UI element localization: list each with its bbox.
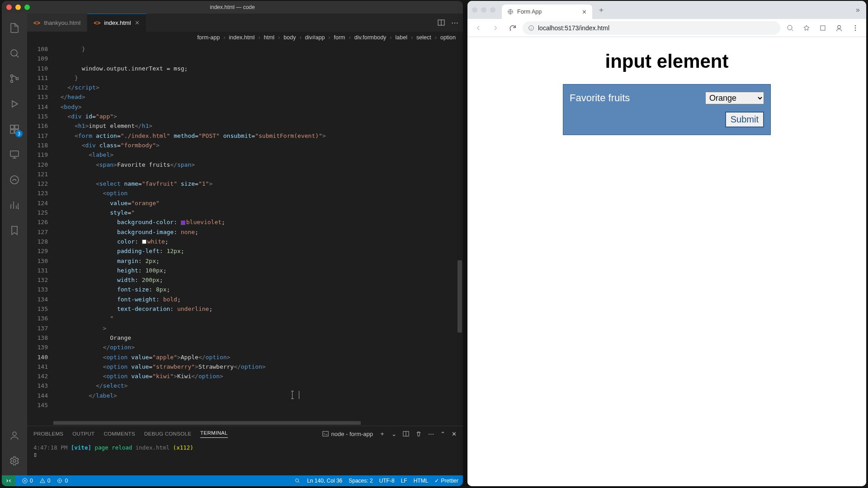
code-line[interactable]: <h1>input element</h1> (53, 121, 463, 131)
indentation[interactable]: Spaces: 2 (349, 478, 373, 484)
code-line[interactable]: <body> (53, 102, 463, 112)
extensions-icon[interactable]: 3 (2, 117, 27, 141)
split-terminal-icon[interactable] (403, 431, 409, 437)
scrollbar-thumb[interactable] (458, 260, 462, 333)
code-line[interactable]: padding-left: 12px; (53, 246, 463, 256)
graph-icon[interactable] (2, 193, 27, 217)
code-line[interactable]: font-weight: bold; (53, 295, 463, 304)
code-line[interactable]: </script> (53, 83, 463, 92)
code-line[interactable]: width: 200px; (53, 275, 463, 285)
code-line[interactable]: <option value="kiwi">Kiwi</option> (53, 371, 463, 381)
editor-tab-index[interactable]: <> index.html ✕ (87, 14, 146, 32)
panel-tab-problems[interactable]: PROBLEMS (33, 431, 63, 436)
breadcrumb-item[interactable]: select (415, 34, 432, 41)
breadcrumb-item[interactable]: body (283, 34, 297, 41)
code-line[interactable]: margin: 2px; (53, 256, 463, 266)
encoding[interactable]: UTF-8 (379, 478, 395, 484)
more-icon[interactable]: ⋯ (428, 431, 434, 437)
prettier-status[interactable]: ✓Prettier (434, 478, 458, 484)
maximize-panel-icon[interactable]: ⌃ (440, 431, 445, 437)
code-line[interactable]: <form action="./index.html" method="POST… (53, 131, 463, 141)
breadcrumb-item[interactable]: form-app (196, 34, 221, 41)
maximize-window-button[interactable] (490, 7, 495, 13)
code-line[interactable]: <span>Favorite fruits</span> (53, 160, 463, 169)
panel-tab-debug[interactable]: DEBUG CONSOLE (144, 431, 191, 436)
code-line[interactable]: </option> (53, 343, 463, 352)
code-line[interactable]: background-color: blueviolet; (53, 217, 463, 227)
code-line[interactable]: </head> (53, 92, 463, 102)
search-status-icon[interactable] (294, 478, 301, 484)
account-icon[interactable] (2, 424, 27, 447)
more-actions-icon[interactable]: ⋯ (451, 19, 458, 27)
language-mode[interactable]: HTML (414, 478, 429, 484)
code-line[interactable]: <option (53, 188, 463, 198)
terminal-body[interactable]: 4:47:18 PM [vite] page reload index.html… (27, 441, 463, 475)
breadcrumb-item[interactable]: label (395, 34, 408, 41)
code-line[interactable]: <select name="favfruit" size="1"> (53, 179, 463, 188)
site-info-icon[interactable] (528, 25, 534, 31)
new-terminal-icon[interactable]: ＋ (379, 430, 385, 438)
bookmark-icon[interactable] (2, 219, 27, 242)
close-window-button[interactable] (6, 5, 12, 10)
code-line[interactable]: <label> (53, 150, 463, 160)
remote-indicator[interactable] (2, 475, 15, 486)
address-bar[interactable]: localhost:5173/index.html (523, 21, 780, 35)
settings-gear-icon[interactable] (2, 449, 27, 473)
breadcrumb[interactable]: form-app›index.html›html›body›div#app›fo… (27, 32, 463, 43)
minimize-window-button[interactable] (481, 7, 486, 13)
code-lines[interactable]: } window.output.innerText = msg; } </scr… (53, 43, 463, 426)
code-line[interactable]: </label> (53, 391, 463, 400)
warnings-item[interactable]: 0 (39, 478, 51, 484)
code-line[interactable]: height: 100px; (53, 266, 463, 275)
code-line[interactable]: } (53, 44, 463, 54)
minimize-window-button[interactable] (15, 5, 21, 10)
menu-kebab-icon[interactable] (848, 21, 863, 35)
code-line[interactable]: window.output.innerText = msg; (53, 64, 463, 73)
breadcrumb-item[interactable]: option (439, 34, 457, 41)
code-line[interactable]: color: white; (53, 237, 463, 246)
explorer-icon[interactable] (2, 16, 27, 40)
code-line[interactable] (53, 169, 463, 179)
scrollbar-thumb[interactable] (53, 421, 361, 425)
panel-tab-output[interactable]: OUTPUT (72, 431, 94, 436)
zoom-icon[interactable] (783, 21, 797, 35)
code-line[interactable]: background-image: none; (53, 227, 463, 237)
close-tab-icon[interactable]: ✕ (135, 19, 140, 26)
errors-item[interactable]: 0 (22, 478, 33, 484)
vertical-scrollbar[interactable] (457, 43, 463, 426)
code-line[interactable]: <div class="formbody"> (53, 141, 463, 150)
profile-avatar-icon[interactable] (832, 21, 846, 35)
code-line[interactable]: } (53, 73, 463, 83)
expand-tabs-icon[interactable]: » (856, 6, 862, 14)
extensions-puzzle-icon[interactable] (816, 21, 830, 35)
code-line[interactable]: </select> (53, 381, 463, 390)
code-editor[interactable]: 1081091101111121131141151161171181191201… (27, 43, 463, 426)
live-share-icon[interactable] (2, 168, 27, 192)
fruit-select[interactable]: Orange (705, 92, 764, 104)
reload-button[interactable] (505, 21, 520, 35)
run-debug-icon[interactable] (2, 92, 27, 116)
breadcrumb-item[interactable]: div#app (304, 34, 326, 41)
code-line[interactable]: <option value="apple">Apple</option> (53, 352, 463, 362)
maximize-window-button[interactable] (24, 5, 30, 10)
submit-button[interactable]: Submit (725, 112, 764, 127)
ports-item[interactable]: 0 (57, 478, 68, 484)
panel-tab-comments[interactable]: COMMENTS (104, 431, 135, 436)
breadcrumb-item[interactable]: index.html (228, 34, 255, 41)
vscode-titlebar[interactable]: index.html — code (2, 1, 463, 14)
chevron-down-icon[interactable]: ⌄ (392, 431, 396, 437)
breadcrumb-item[interactable]: html (263, 34, 275, 41)
source-control-icon[interactable] (2, 67, 27, 90)
code-line[interactable]: style=" (53, 208, 463, 217)
code-line[interactable]: <div id="app"> (53, 112, 463, 121)
bookmark-star-icon[interactable] (799, 21, 814, 35)
panel-tab-terminal[interactable]: TERMINAL (200, 430, 228, 438)
close-window-button[interactable] (472, 7, 477, 13)
search-icon[interactable] (2, 42, 27, 65)
kill-terminal-icon[interactable] (415, 431, 422, 437)
split-editor-icon[interactable] (438, 19, 445, 26)
new-tab-button[interactable]: ＋ (595, 4, 608, 16)
code-line[interactable]: Orange (53, 333, 463, 343)
terminal-profile-selector[interactable]: node - form-app (322, 431, 373, 437)
close-tab-icon[interactable]: ✕ (582, 9, 587, 15)
